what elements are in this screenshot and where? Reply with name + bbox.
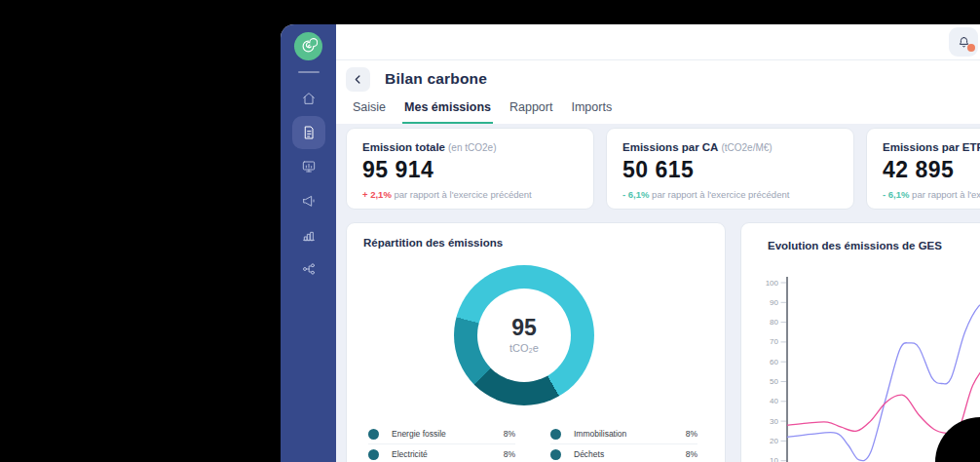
svg-text:10: 10 bbox=[770, 456, 778, 462]
stat-card-emissions-ca: Emissions par CA(tCO2e/M€) 50 615 - 6,1%… bbox=[606, 128, 854, 210]
sidebar-item-dashboard[interactable] bbox=[292, 150, 325, 183]
spiral-logo-icon bbox=[299, 37, 318, 56]
title-row: Bilan carbone bbox=[346, 66, 980, 92]
stat-unit: (tCO2e/M€) bbox=[721, 142, 772, 153]
svg-text:30: 30 bbox=[770, 417, 778, 426]
delta-percent: + 2,1% bbox=[362, 189, 392, 200]
megaphone-icon bbox=[301, 193, 317, 209]
svg-text:50: 50 bbox=[770, 377, 778, 386]
stat-value: 95 914 bbox=[362, 157, 578, 183]
stat-title: Emissions par CA(tCO2e/M€) bbox=[622, 141, 838, 153]
notification-badge bbox=[967, 44, 975, 52]
content-area: Emission totale(en tCO2e) 95 914 + 2,1% … bbox=[336, 124, 980, 462]
tab-rapport[interactable]: Rapport bbox=[508, 100, 554, 124]
screenshot-canvas: Bilan carbone Saisie Mes émissions Rappo… bbox=[0, 0, 980, 462]
legend-item-immobilisation: Immobilisation 8% bbox=[550, 424, 697, 444]
stat-unit: (en tCO2e) bbox=[448, 142, 496, 153]
donut-legend: Energie fossile 8% Immobilisation 8% Ele… bbox=[347, 424, 725, 462]
line-chart-card: Evolution des émissions de GES 100908070… bbox=[740, 222, 980, 462]
home-icon bbox=[301, 91, 317, 106]
stat-delta: - 6,1% par rapport à l'exercice précéden… bbox=[883, 189, 980, 200]
sidebar-item-statistics[interactable] bbox=[292, 218, 325, 251]
delta-percent: - 6,1% bbox=[622, 189, 649, 200]
sitemap-icon bbox=[301, 261, 317, 277]
tab-imports[interactable]: Imports bbox=[569, 100, 614, 124]
sidebar-item-announcements[interactable] bbox=[292, 184, 325, 217]
donut-chart-card: Répartition des émissions 95 tCO₂e Energ… bbox=[346, 222, 726, 462]
brand-logo[interactable] bbox=[294, 32, 322, 60]
stat-delta: + 2,1% par rapport à l'exercice précéden… bbox=[362, 189, 578, 200]
svg-text:80: 80 bbox=[770, 318, 778, 327]
tab-saisie[interactable]: Saisie bbox=[351, 100, 388, 124]
series-pink bbox=[788, 362, 980, 435]
monitor-chart-icon bbox=[301, 159, 317, 174]
line-chart-svg: 100908070605040302010 bbox=[741, 223, 980, 462]
stat-card-emissions-etp: Emissions par ETP(tCO2e/ETP) 42 895 - 6,… bbox=[866, 128, 980, 210]
legend-item-electricite: Electricité 8% bbox=[368, 444, 515, 462]
back-button[interactable] bbox=[346, 67, 370, 92]
legend-dot bbox=[550, 429, 561, 440]
legend-item-dechets: Déchets 8% bbox=[550, 444, 697, 462]
document-icon bbox=[301, 125, 317, 140]
svg-text:20: 20 bbox=[770, 437, 778, 445]
sidebar-nav bbox=[292, 82, 325, 286]
stat-value: 42 895 bbox=[883, 157, 980, 183]
donut-center-unit: tCO₂e bbox=[509, 342, 539, 354]
main-area: Bilan carbone Saisie Mes émissions Rappo… bbox=[336, 24, 980, 462]
legend-item-energie-fossile: Energie fossile 8% bbox=[368, 424, 515, 444]
donut-chart: 95 tCO₂e bbox=[454, 265, 594, 405]
sidebar-item-organization[interactable] bbox=[292, 252, 325, 286]
sidebar bbox=[281, 24, 336, 462]
charts-row: Répartition des émissions 95 tCO₂e Energ… bbox=[346, 222, 980, 462]
stat-card-row: Emission totale(en tCO2e) 95 914 + 2,1% … bbox=[346, 128, 980, 210]
legend-dot bbox=[368, 429, 379, 440]
chevron-left-icon bbox=[352, 73, 364, 86]
app-window: Bilan carbone Saisie Mes émissions Rappo… bbox=[281, 24, 980, 462]
stat-delta: - 6,1% par rapport à l'exercice précéden… bbox=[622, 189, 838, 200]
page-header: Bilan carbone Saisie Mes émissions Rappo… bbox=[336, 60, 980, 124]
page-title: Bilan carbone bbox=[385, 70, 487, 88]
tab-mes-emissions[interactable]: Mes émissions bbox=[402, 100, 493, 124]
tab-bar: Saisie Mes émissions Rapport Imports bbox=[346, 100, 980, 124]
donut-center: 95 tCO₂e bbox=[477, 289, 571, 382]
sidebar-item-documents[interactable] bbox=[292, 116, 325, 149]
svg-text:40: 40 bbox=[770, 397, 778, 405]
topbar bbox=[336, 24, 980, 60]
notifications-button[interactable] bbox=[949, 27, 978, 57]
donut-center-value: 95 bbox=[511, 317, 537, 339]
legend-dot bbox=[368, 449, 379, 460]
donut-card-title: Répartition des émissions bbox=[363, 237, 503, 249]
svg-text:60: 60 bbox=[770, 358, 778, 366]
stat-title: Emissions par ETP(tCO2e/ETP) bbox=[883, 141, 980, 153]
svg-text:90: 90 bbox=[770, 298, 778, 307]
stat-value: 50 615 bbox=[622, 157, 838, 183]
sidebar-divider bbox=[298, 71, 320, 73]
bar-chart-icon bbox=[301, 227, 317, 243]
svg-text:70: 70 bbox=[770, 337, 778, 346]
delta-percent: - 6,1% bbox=[883, 189, 909, 200]
sidebar-item-home[interactable] bbox=[292, 82, 325, 115]
svg-text:100: 100 bbox=[766, 279, 779, 288]
stat-card-emission-totale: Emission totale(en tCO2e) 95 914 + 2,1% … bbox=[346, 128, 594, 210]
stat-title: Emission totale(en tCO2e) bbox=[362, 141, 578, 153]
legend-dot bbox=[550, 449, 561, 460]
